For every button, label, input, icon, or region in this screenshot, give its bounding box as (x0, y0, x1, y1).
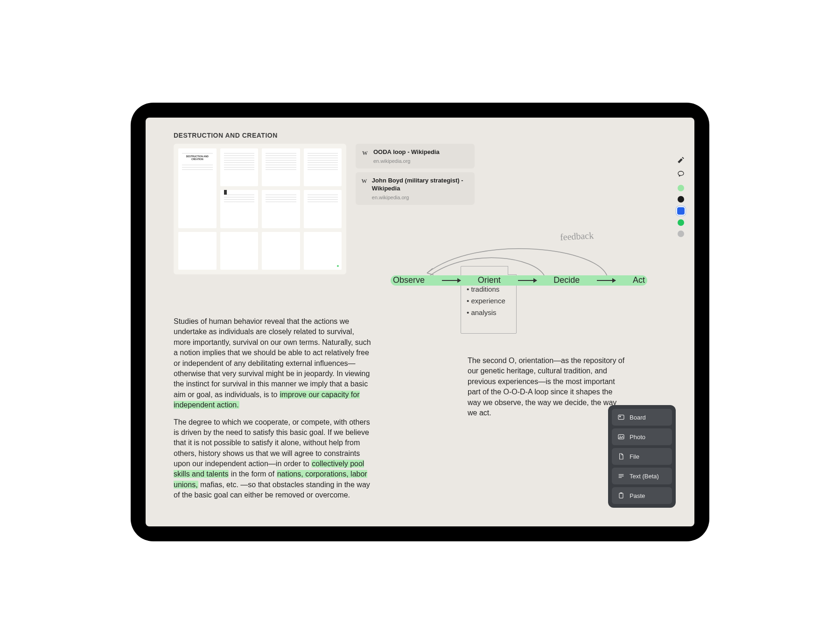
lasso-tool-icon[interactable] (676, 169, 686, 179)
canvas-screen[interactable]: DESTRUCTION AND CREATION W OODA loop - W… (146, 118, 694, 526)
file-icon (617, 453, 625, 460)
link-card-boyd[interactable]: W John Boyd (military strategist) - Wiki… (356, 172, 475, 205)
excerpt-text[interactable]: Studies of human behavior reveal that th… (174, 316, 372, 501)
page-thumb-1[interactable] (178, 148, 217, 228)
tablet-frame: DESTRUCTION AND CREATION W OODA loop - W… (131, 103, 709, 541)
board-icon (617, 413, 625, 421)
svg-point-0 (678, 171, 684, 175)
menu-item-paste[interactable]: Paste (612, 487, 672, 504)
wikipedia-icon: W (361, 178, 367, 185)
insert-menu: BoardPhotoFileText (Beta)Paste (608, 405, 676, 508)
color-swatch[interactable] (678, 196, 684, 203)
link-card-ooda[interactable]: W OODA loop - Wikipedia en.wikipedia.org (356, 144, 475, 168)
page-thumb-9[interactable] (220, 232, 259, 270)
svg-rect-2 (618, 415, 624, 419)
arrow-icon (442, 280, 461, 281)
link-url: en.wikipedia.org (373, 158, 440, 164)
ooda-decide: Decide (553, 275, 580, 285)
svg-rect-6 (619, 493, 623, 498)
arrow-icon (518, 280, 537, 281)
svg-rect-3 (619, 416, 621, 417)
arrow-icon (597, 280, 616, 281)
svg-rect-7 (620, 492, 622, 494)
page-thumb-7[interactable] (304, 190, 342, 228)
document-thumbnails[interactable] (174, 144, 346, 274)
color-swatch[interactable] (678, 231, 684, 237)
page-thumb-11[interactable] (304, 232, 342, 270)
document-title: DESTRUCTION AND CREATION (174, 132, 666, 139)
page-thumb-3[interactable] (262, 148, 300, 186)
wikipedia-icon: W (361, 149, 369, 157)
color-swatch[interactable] (678, 185, 684, 191)
feedback-arrow (423, 238, 610, 280)
ooda-orient: Orient (478, 275, 501, 285)
annotation-text[interactable]: The second O, orientation—as the reposit… (468, 356, 626, 418)
menu-item-board[interactable]: Board (612, 409, 672, 426)
highlighter-tool-icon[interactable] (676, 155, 686, 165)
ooda-act: Act (633, 275, 645, 285)
text-icon (617, 472, 625, 480)
svg-point-1 (679, 175, 680, 176)
svg-point-5 (620, 436, 621, 437)
photo-icon (617, 433, 625, 441)
menu-item-file[interactable]: File (612, 448, 672, 465)
page-thumb-4[interactable] (304, 148, 342, 186)
page-thumb-5[interactable] (220, 190, 259, 228)
paste-icon (617, 492, 625, 499)
page-thumb-6[interactable] (262, 190, 300, 228)
link-title: John Boyd (military strategist) - Wikipe… (372, 177, 469, 193)
color-swatch[interactable] (677, 207, 685, 215)
ooda-observe: Observe (393, 275, 425, 285)
pen-toolbar (676, 155, 686, 237)
link-url: en.wikipedia.org (372, 195, 469, 200)
page-thumb-8[interactable] (178, 232, 217, 270)
page-thumb-2[interactable] (220, 148, 259, 186)
menu-item-photo[interactable]: Photo (612, 428, 672, 445)
link-title: OODA loop - Wikipedia (373, 148, 440, 156)
color-swatch[interactable] (678, 219, 684, 226)
menu-item-text[interactable]: Text (Beta) (612, 468, 672, 484)
page-thumb-10[interactable] (262, 232, 300, 270)
